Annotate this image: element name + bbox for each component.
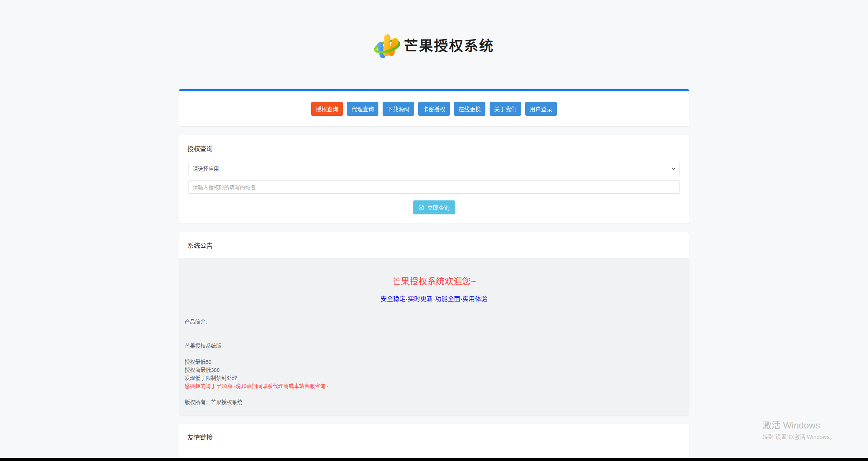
announcement-welcome-text: 芒果授权系统欢迎您~ <box>185 274 683 287</box>
announcement-line-notice: 感兴趣的请于早10点~晚10点期间联系代理商或本站客服咨询~ <box>185 382 683 390</box>
nav-button-agent-query[interactable]: 代理查询 <box>347 102 378 116</box>
announcement-body: 芒果授权系统欢迎您~ 安全稳定·实时更新·功能全面·实用体验 产品简介: 芒果授… <box>179 258 689 415</box>
announcement-line: 发现低于限制禁封处理 <box>185 374 683 382</box>
links-card-title: 友情链接 <box>179 424 689 450</box>
nav-button-authorization-query[interactable]: 授权查询 <box>311 102 343 116</box>
authorization-query-card: 授权查询 请选择应用 立即查询 <box>179 135 689 224</box>
friendship-links-card: 友情链接 <box>179 424 689 461</box>
watermark-title: 激活 Windows <box>762 420 835 431</box>
announcement-line: 产品简介: <box>185 318 683 326</box>
main-container: 授权查询 代理查询 下载源码 卡密授权 在线更换 关于我们 用户登录 授权查询 … <box>179 89 689 461</box>
announcement-subtitle-text: 安全稳定·实时更新·功能全面·实用体验 <box>185 294 683 303</box>
submit-row: 立即查询 <box>188 200 680 214</box>
app-select-wrap: 请选择应用 <box>188 162 680 175</box>
announcement-line: 授权商最低388 <box>185 366 683 374</box>
mango-m-logo-icon <box>374 30 400 59</box>
announcement-line <box>185 326 683 334</box>
app-select[interactable]: 请选择应用 <box>188 162 680 175</box>
site-title: 芒果授权系统 <box>404 35 494 55</box>
page-header: 芒果授权系统 <box>0 0 868 89</box>
nav-bar: 授权查询 代理查询 下载源码 卡密授权 在线更换 关于我们 用户登录 <box>179 89 689 126</box>
check-circle-icon <box>418 204 425 211</box>
domain-input[interactable] <box>188 180 680 194</box>
announcement-card-title: 系统公告 <box>179 232 689 258</box>
announcement-line <box>185 334 683 342</box>
query-form: 请选择应用 立即查询 <box>179 161 689 224</box>
announcement-line-copyright: 版权所有：芒果授权系统 <box>185 398 683 406</box>
announcement-line <box>185 390 683 398</box>
announcement-line: 芒果授权系统版 <box>185 342 683 350</box>
query-submit-label: 立即查询 <box>427 203 449 212</box>
query-submit-button[interactable]: 立即查询 <box>413 200 455 214</box>
bottom-edge-bar <box>0 458 868 461</box>
announcement-line: 授权最低50 <box>185 358 683 366</box>
site-logo: 芒果授权系统 <box>374 30 494 59</box>
nav-button-download-source[interactable]: 下载源码 <box>383 102 414 116</box>
nav-button-online-change[interactable]: 在线更换 <box>454 102 485 116</box>
nav-button-user-login[interactable]: 用户登录 <box>525 102 557 116</box>
announcement-line <box>185 350 683 358</box>
watermark-subtitle: 转到“设置”以激活 Windows。 <box>762 432 835 441</box>
nav-button-about-us[interactable]: 关于我们 <box>490 102 521 116</box>
system-announcement-card: 系统公告 芒果授权系统欢迎您~ 安全稳定·实时更新·功能全面·实用体验 产品简介… <box>179 232 689 415</box>
windows-activation-watermark: 激活 Windows 转到“设置”以激活 Windows。 <box>762 420 835 441</box>
nav-button-card-key-auth[interactable]: 卡密授权 <box>418 102 450 116</box>
query-card-title: 授权查询 <box>179 135 689 161</box>
